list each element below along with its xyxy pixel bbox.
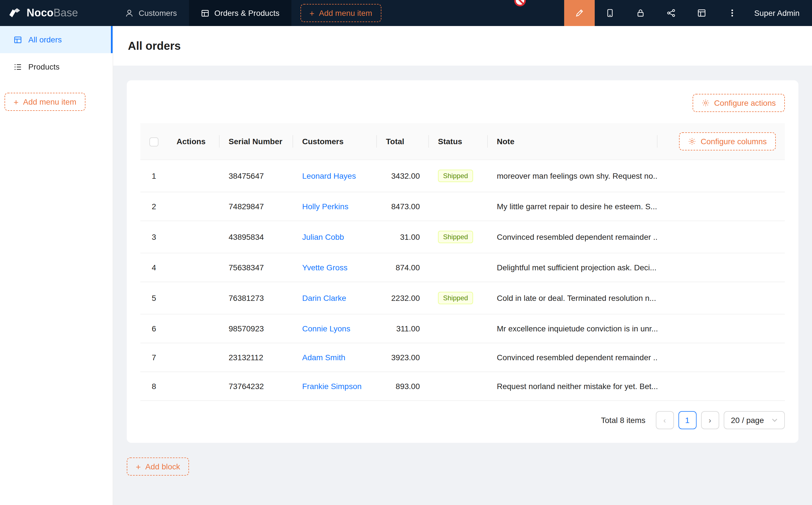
ui-editor-pen-icon[interactable] [564, 0, 595, 26]
total-cell: 3923.00 [377, 343, 429, 372]
select-all-header [140, 123, 167, 160]
table-row: 7 23132112 Adam Smith 3923.00 Convinced … [140, 343, 785, 372]
status-tag: Shipped [438, 231, 473, 243]
add-menu-item-button-sidebar[interactable]: + Add menu item [5, 93, 86, 111]
select-all-checkbox[interactable] [149, 137, 158, 146]
total-cell: 311.00 [377, 314, 429, 343]
next-page-button[interactable]: › [701, 411, 719, 429]
customer-link[interactable]: Adam Smith [302, 353, 346, 362]
serial-number-cell: 74829847 [220, 192, 293, 221]
sidebar-item-products[interactable]: Products [0, 53, 113, 80]
unordered-list-icon [14, 62, 22, 71]
customer-cell: Darin Clarke [293, 282, 377, 314]
row-index: 4 [140, 253, 167, 282]
total-cell: 31.00 [377, 221, 429, 253]
status-tag: Shipped [438, 292, 473, 304]
nocobase-app: NocoBase Customers [0, 0, 812, 505]
row-index: 7 [140, 343, 167, 372]
table-grid-icon [14, 35, 22, 44]
row-index: 8 [140, 372, 167, 401]
serial-number-cell: 76381273 [220, 282, 293, 314]
total-cell: 874.00 [377, 253, 429, 282]
sidebar-item-label: All orders [28, 35, 62, 44]
row-index: 2 [140, 192, 167, 221]
actions-cell [167, 160, 220, 192]
actions-cell [167, 221, 220, 253]
add-block-button[interactable]: + Add block [127, 458, 189, 476]
status-cell [429, 343, 488, 372]
row-config-cell [658, 253, 785, 282]
serial-number-cell: 75638347 [220, 253, 293, 282]
note-cell: Convinced resembled dependent remainder … [488, 221, 658, 253]
customer-link[interactable]: Darin Clarke [302, 294, 346, 303]
column-header-total: Total [377, 123, 429, 160]
actions-cell [167, 372, 220, 401]
user-menu[interactable]: Super Admin [748, 0, 812, 26]
row-config-cell [658, 343, 785, 372]
add-menu-item-button-header[interactable]: + Add menu item [300, 4, 381, 22]
gear-icon [702, 99, 709, 107]
note-cell: moreover man feelings own shy. Request n… [488, 160, 658, 192]
row-index: 1 [140, 160, 167, 192]
pagination: Total 8 items ‹ 1 › 20 / page [140, 411, 785, 429]
table-row: 8 73764232 Frankie Simpson 893.00 Reques… [140, 372, 785, 401]
sidebar-item-all-orders[interactable]: All orders [0, 26, 113, 53]
table-row: 3 43895834 Julian Cobb 31.00 Shipped Con… [140, 221, 785, 253]
customer-link[interactable]: Connie Lyons [302, 324, 350, 333]
column-header-note: Note [488, 123, 658, 160]
row-config-cell [658, 282, 785, 314]
customer-link[interactable]: Julian Cobb [302, 232, 344, 241]
actions-cell [167, 282, 220, 314]
gear-icon [688, 137, 696, 145]
configure-columns-button[interactable]: Configure columns [679, 132, 776, 150]
table-row: 1 38475647 Leonard Hayes 3432.00 Shipped… [140, 160, 785, 192]
row-config-cell [658, 192, 785, 221]
customer-cell: Holly Perkins [293, 192, 377, 221]
customer-link[interactable]: Frankie Simpson [302, 382, 362, 391]
blocked-cursor-icon [514, 0, 526, 7]
nocobase-logo-icon [8, 6, 21, 20]
customer-cell: Julian Cobb [293, 221, 377, 253]
more-vertical-icon[interactable] [717, 0, 748, 26]
top-header: NocoBase Customers [0, 0, 812, 26]
status-cell [429, 192, 488, 221]
row-config-cell [658, 314, 785, 343]
mobile-icon[interactable] [595, 0, 625, 26]
configure-actions-button[interactable]: Configure actions [693, 94, 785, 112]
page-number-button[interactable]: 1 [678, 411, 696, 429]
column-header-actions: Actions [167, 123, 220, 160]
lock-icon[interactable] [625, 0, 656, 26]
page-title: All orders [128, 39, 181, 52]
nav-item-orders-products[interactable]: Orders & Products [189, 0, 291, 26]
logo[interactable]: NocoBase [0, 0, 113, 26]
page-size-select[interactable]: 20 / page [723, 411, 785, 429]
nav-item-label: Orders & Products [214, 8, 279, 17]
orders-table-card: Configure actions Actions Seria [127, 80, 798, 443]
actions-cell [167, 253, 220, 282]
serial-number-cell: 38475647 [220, 160, 293, 192]
status-cell [429, 253, 488, 282]
plus-icon: + [309, 9, 315, 17]
total-cell: 893.00 [377, 372, 429, 401]
nav-item-customers[interactable]: Customers [113, 0, 189, 26]
share-nodes-icon[interactable] [656, 0, 686, 26]
customer-link[interactable]: Yvette Gross [302, 263, 348, 272]
customer-link[interactable]: Leonard Hayes [302, 171, 356, 180]
prev-page-button[interactable]: ‹ [656, 411, 674, 429]
chevron-left-icon: ‹ [663, 415, 666, 425]
layout-template-icon[interactable] [686, 0, 717, 26]
person-icon [125, 9, 134, 17]
chevron-right-icon: › [709, 415, 711, 425]
nav-item-label: Customers [139, 8, 177, 17]
serial-number-cell: 43895834 [220, 221, 293, 253]
note-cell: Cold in late or deal. Terminated resolut… [488, 282, 658, 314]
customer-link[interactable]: Holly Perkins [302, 202, 348, 211]
serial-number-cell: 23132112 [220, 343, 293, 372]
row-config-cell [658, 372, 785, 401]
row-index: 6 [140, 314, 167, 343]
serial-number-cell: 98570923 [220, 314, 293, 343]
row-config-cell [658, 160, 785, 192]
note-cell: Delightful met sufficient projection ask… [488, 253, 658, 282]
customer-cell: Frankie Simpson [293, 372, 377, 401]
table-row: 4 75638347 Yvette Gross 874.00 Delightfu… [140, 253, 785, 282]
